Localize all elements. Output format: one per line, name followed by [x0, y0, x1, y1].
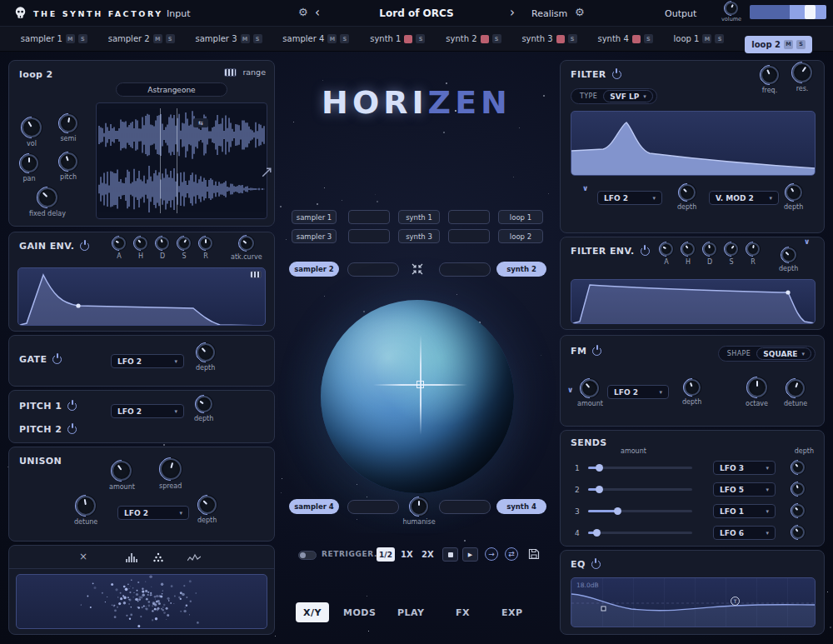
mute-button[interactable]: M — [66, 34, 75, 43]
loop-pitch-knob[interactable] — [59, 152, 77, 171]
power-button[interactable] — [67, 402, 77, 411]
routing-slot-empty[interactable] — [348, 229, 390, 243]
swap-axes-icon[interactable] — [411, 262, 424, 276]
routing-source-loop-2[interactable]: loop 2 — [498, 229, 543, 243]
routing-source-loop-1[interactable]: loop 1 — [498, 210, 543, 224]
filter-env-display[interactable] — [571, 279, 816, 324]
save-icon[interactable] — [528, 548, 540, 560]
forward-arrow-button[interactable]: → — [485, 547, 498, 561]
tab-loop-2[interactable]: loop 2MS — [745, 36, 812, 53]
power-button[interactable] — [67, 425, 77, 434]
tab-sampler-3[interactable]: sampler 3MS — [196, 34, 262, 43]
preset-name[interactable]: Lord of ORCS — [333, 7, 500, 19]
send-4-lfo-select[interactable]: LFO 6▾ — [713, 526, 776, 540]
scatter-wave-icon[interactable] — [187, 552, 201, 562]
loop-semi-knob[interactable] — [59, 114, 77, 132]
preset-next-button[interactable]: › — [510, 5, 515, 20]
decay-knob[interactable] — [703, 242, 716, 256]
routing-slot-empty[interactable] — [448, 210, 490, 224]
send-4-amount-slider[interactable] — [588, 526, 692, 540]
keytrack-icon[interactable] — [250, 271, 262, 278]
tab-synth-4[interactable]: synth 4S — [597, 34, 652, 43]
mute-button[interactable] — [632, 35, 641, 43]
spray-icon[interactable] — [152, 552, 164, 563]
loop-vol-knob[interactable] — [22, 117, 42, 137]
filter-res-knob[interactable] — [792, 62, 812, 82]
send-3-amount-slider[interactable] — [588, 504, 692, 518]
loop-pan-knob[interactable] — [20, 154, 38, 172]
solo-button[interactable]: S — [253, 34, 262, 43]
tab-sampler-4[interactable]: sampler 4MS — [282, 34, 349, 43]
filter-mod-select[interactable]: V. MOD 2▾ — [709, 191, 779, 205]
xy-source-x-left[interactable]: sampler 2 — [289, 262, 339, 277]
solo-button[interactable]: S — [340, 34, 349, 43]
solo-button[interactable]: S — [78, 34, 87, 43]
power-button[interactable] — [591, 560, 601, 569]
waveform-display[interactable]: ⇆ — [96, 102, 267, 219]
attack-knob[interactable] — [112, 237, 126, 250]
fm-detune-knob[interactable] — [786, 379, 805, 397]
view-tab-xy[interactable]: X/Y — [296, 602, 329, 622]
slider-handle[interactable] — [596, 464, 603, 472]
view-tab-mods[interactable]: MODS — [343, 607, 376, 618]
solo-button[interactable]: S — [796, 40, 806, 49]
solo-button[interactable]: S — [166, 34, 175, 43]
send-1-lfo-select[interactable]: LFO 3▾ — [713, 461, 776, 475]
send-3-lfo-select[interactable]: LFO 1▾ — [713, 504, 776, 518]
routing-slot-empty[interactable] — [448, 229, 490, 243]
mute-button[interactable] — [481, 35, 489, 43]
send-1-amount-slider[interactable] — [588, 461, 692, 475]
routing-slot-empty[interactable] — [347, 262, 399, 277]
send-4-depth-knob[interactable] — [791, 526, 805, 539]
sustain-knob[interactable] — [725, 242, 738, 256]
tab-sampler-2[interactable]: sampler 2MS — [108, 34, 175, 43]
volume-slider[interactable] — [750, 5, 826, 19]
solo-button[interactable]: S — [715, 34, 724, 43]
solo-button[interactable]: S — [492, 34, 501, 43]
filter-lfo-select[interactable]: LFO 2▾ — [597, 191, 662, 205]
send-2-depth-knob[interactable] — [791, 482, 805, 496]
close-icon[interactable]: × — [79, 551, 87, 562]
stop-button[interactable] — [442, 547, 458, 562]
mute-button[interactable]: M — [327, 34, 337, 43]
xy-crosshair-handle[interactable] — [416, 381, 424, 388]
loop-fixed-delay-knob[interactable] — [37, 187, 57, 207]
mute-button[interactable]: M — [241, 34, 250, 43]
fenv-depth-knob[interactable] — [781, 247, 796, 262]
filter-type-select[interactable]: SVF LP▾ — [603, 90, 653, 102]
routing-slot-empty[interactable] — [439, 500, 491, 514]
loop-marker[interactable] — [160, 108, 161, 213]
gate-lfo-select[interactable]: LFO 2▾ — [111, 354, 184, 368]
mode-gear-icon[interactable]: ⚙ — [575, 6, 585, 18]
speed-1x-button[interactable]: 1X — [401, 550, 413, 559]
power-button[interactable] — [52, 355, 62, 364]
unison-depth-knob[interactable] — [198, 496, 217, 514]
unison-detune-knob[interactable] — [76, 496, 96, 516]
speed-half-button[interactable]: 1/2 — [377, 547, 395, 562]
slider-handle[interactable] — [596, 486, 603, 493]
tab-loop-1[interactable]: loop 1MS — [674, 34, 725, 43]
power-button[interactable] — [612, 70, 621, 79]
routing-source-synth-1[interactable]: synth 1 — [398, 210, 440, 224]
tab-sampler-1[interactable]: sampler 1MS — [21, 34, 87, 43]
mute-button[interactable]: M — [702, 34, 711, 43]
solo-button[interactable]: S — [644, 34, 653, 43]
view-tab-fx[interactable]: FX — [456, 607, 470, 618]
input-menu[interactable]: Input — [167, 8, 190, 19]
xy-source-y-right[interactable]: synth 4 — [496, 499, 546, 514]
volume-knob[interactable] — [725, 2, 738, 15]
filter-mod-depth-knob[interactable] — [786, 184, 802, 201]
speed-2x-button[interactable]: 2X — [421, 550, 434, 559]
range-control[interactable]: range — [224, 67, 266, 77]
settings-gear-icon[interactable]: ⚙ — [298, 6, 308, 18]
power-button[interactable] — [641, 247, 650, 256]
filter-freq-knob[interactable] — [761, 66, 779, 84]
gate-depth-knob[interactable] — [197, 343, 215, 362]
send-3-depth-knob[interactable] — [791, 504, 805, 517]
sustain-knob[interactable] — [177, 237, 191, 250]
histogram-icon[interactable] — [126, 552, 137, 562]
solo-button[interactable]: S — [568, 34, 577, 43]
view-tab-exp[interactable]: EXP — [501, 607, 523, 618]
mute-button[interactable] — [404, 35, 412, 43]
hold-knob[interactable] — [134, 237, 147, 250]
